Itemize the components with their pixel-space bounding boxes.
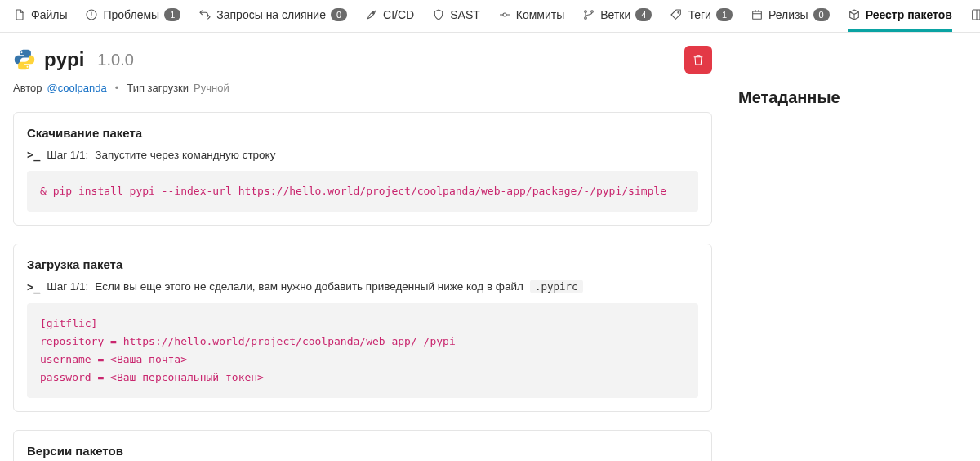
alert-icon bbox=[85, 8, 98, 21]
tab-releases[interactable]: Релизы 0 bbox=[751, 8, 830, 32]
tag-icon bbox=[670, 8, 683, 21]
tab-sast[interactable]: SAST bbox=[432, 8, 480, 32]
svg-point-6 bbox=[591, 11, 594, 13]
divider bbox=[738, 119, 967, 119]
step-text: Запустите через командную строку bbox=[95, 149, 275, 161]
author-label: Автор bbox=[13, 82, 42, 94]
svg-point-2 bbox=[372, 12, 374, 14]
tab-label: SAST bbox=[450, 8, 480, 21]
tab-label: Теги bbox=[688, 8, 710, 21]
separator-dot: • bbox=[112, 82, 122, 94]
versions-card: Версии пакетов 1.0.0 Опубликован 1 недел… bbox=[13, 430, 712, 461]
upload-card: Загрузка пакета >_ Шаг 1/1: Если вы еще … bbox=[13, 244, 712, 412]
step-text: Если вы еще этого не сделали, вам нужно … bbox=[95, 280, 523, 293]
tab-issues[interactable]: Проблемы 1 bbox=[85, 8, 180, 32]
svg-point-3 bbox=[503, 13, 506, 16]
tab-wiki[interactable]: Вики bbox=[970, 8, 980, 32]
merge-icon bbox=[198, 8, 212, 21]
tab-label: Запросы на слияние bbox=[216, 8, 326, 21]
package-header: pypi 1.0.0 bbox=[13, 46, 712, 74]
tab-tags[interactable]: Теги 1 bbox=[670, 8, 733, 32]
svg-point-1 bbox=[91, 17, 92, 18]
delete-package-button[interactable] bbox=[684, 46, 712, 74]
book-icon bbox=[970, 8, 980, 21]
metadata-title: Метаданные bbox=[738, 88, 967, 107]
upload-type-label: Тип загрузки bbox=[127, 82, 189, 94]
svg-rect-8 bbox=[753, 11, 762, 19]
branch-icon bbox=[582, 8, 595, 21]
tab-label: CI/CD bbox=[383, 8, 414, 21]
tab-label: Файлы bbox=[31, 8, 67, 21]
tab-packages[interactable]: Реестр пакетов bbox=[848, 8, 952, 32]
svg-point-4 bbox=[585, 11, 587, 13]
tab-label: Реестр пакетов bbox=[866, 8, 952, 21]
metadata-sidebar: Метаданные bbox=[738, 46, 967, 119]
python-icon bbox=[13, 48, 36, 71]
count-badge: 1 bbox=[716, 8, 733, 21]
commit-icon bbox=[498, 8, 511, 21]
package-icon bbox=[848, 8, 861, 21]
terminal-icon: >_ bbox=[27, 280, 40, 293]
upload-type-value: Ручной bbox=[194, 82, 229, 94]
count-badge: 0 bbox=[331, 8, 347, 21]
tab-label: Проблемы bbox=[103, 8, 159, 21]
tab-cicd[interactable]: CI/CD bbox=[365, 8, 414, 32]
tab-merge-requests[interactable]: Запросы на слияние 0 bbox=[198, 8, 347, 32]
upload-code[interactable]: [gitflic] repository = https://hello.wor… bbox=[27, 303, 698, 398]
card-title: Скачивание пакета bbox=[27, 126, 698, 140]
rocket-icon bbox=[365, 8, 378, 21]
release-icon bbox=[751, 8, 764, 21]
package-version: 1.0.0 bbox=[97, 51, 133, 69]
pypirc-filename: .pypirc bbox=[530, 280, 583, 293]
svg-point-10 bbox=[21, 51, 23, 53]
tab-commits[interactable]: Коммиты bbox=[498, 8, 565, 32]
package-name: pypi bbox=[44, 48, 84, 71]
tab-label: Ветки bbox=[600, 8, 630, 21]
step-prefix: Шаг 1/1: bbox=[47, 149, 88, 161]
tab-label: Коммиты bbox=[516, 8, 565, 21]
svg-point-11 bbox=[27, 66, 29, 68]
repo-tabs: Файлы Проблемы 1 Запросы на слияние 0 CI… bbox=[0, 0, 980, 33]
card-title: Версии пакетов bbox=[27, 444, 698, 458]
shield-icon bbox=[432, 8, 445, 21]
terminal-icon: >_ bbox=[27, 148, 40, 161]
tab-branches[interactable]: Ветки 4 bbox=[582, 8, 652, 32]
count-badge: 0 bbox=[813, 8, 830, 21]
count-badge: 4 bbox=[635, 8, 652, 21]
tab-label: Релизы bbox=[768, 8, 808, 21]
tab-files[interactable]: Файлы bbox=[13, 8, 67, 32]
package-meta: Автор @coolpanda • Тип загрузки Ручной bbox=[13, 82, 712, 94]
download-card: Скачивание пакета >_ Шаг 1/1: Запустите … bbox=[13, 112, 712, 226]
file-icon bbox=[13, 8, 26, 21]
card-title: Загрузка пакета bbox=[27, 257, 698, 271]
download-code[interactable]: & pip install pypi --index-url https://h… bbox=[27, 171, 698, 212]
author-link[interactable]: @coolpanda bbox=[47, 82, 107, 94]
step-prefix: Шаг 1/1: bbox=[47, 280, 88, 293]
svg-point-7 bbox=[678, 12, 679, 14]
count-badge: 1 bbox=[164, 8, 180, 21]
svg-point-5 bbox=[585, 17, 587, 20]
